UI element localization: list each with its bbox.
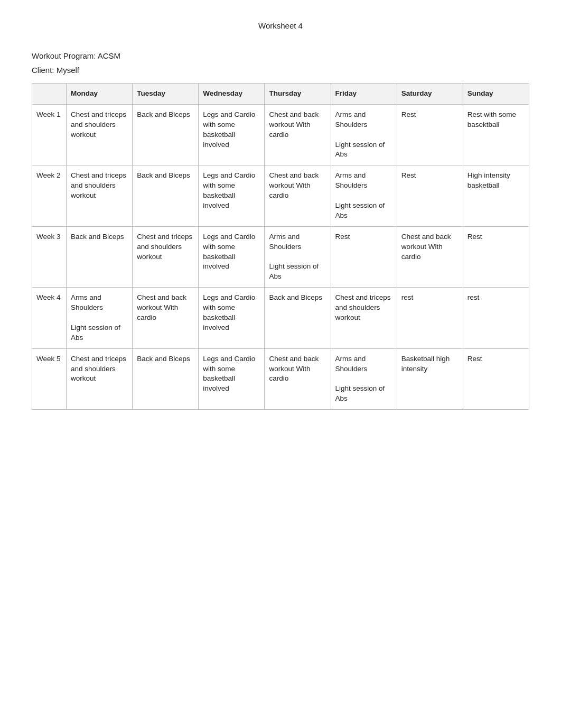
cell-monday: Chest and triceps and shoulders workout <box>67 165 133 226</box>
client-label: Client: Myself <box>32 66 529 75</box>
week-label: Week 2 <box>32 165 67 226</box>
cell-wednesday: Legs and Cardio with some basketball inv… <box>199 226 265 287</box>
cell-saturday: Basketball high intensity <box>397 348 463 409</box>
table-row: Week 1Chest and triceps and shoulders wo… <box>32 104 529 165</box>
col-header-sunday: Sunday <box>463 84 529 105</box>
col-header-saturday: Saturday <box>397 84 463 105</box>
col-header-friday: Friday <box>331 84 397 105</box>
week-label: Week 4 <box>32 288 67 348</box>
col-header-thursday: Thursday <box>265 84 331 105</box>
cell-tuesday: Chest and back workout With cardio <box>133 288 199 348</box>
cell-sunday: Rest <box>463 348 529 409</box>
cell-friday: Rest <box>331 226 397 287</box>
cell-saturday: Rest <box>397 104 463 165</box>
table-row: Week 5Chest and triceps and shoulders wo… <box>32 348 529 409</box>
cell-tuesday: Back and Biceps <box>133 165 199 226</box>
cell-friday: Arms and ShouldersLight session of Abs <box>331 104 397 165</box>
cell-tuesday: Chest and triceps and shoulders workout <box>133 226 199 287</box>
cell-tuesday: Back and Biceps <box>133 348 199 409</box>
cell-monday: Chest and triceps and shoulders workout <box>67 348 133 409</box>
cell-thursday: Chest and back workout With cardio <box>265 348 331 409</box>
cell-monday: Back and Biceps <box>67 226 133 287</box>
cell-thursday: Arms and ShouldersLight session of Abs <box>265 226 331 287</box>
col-header-empty <box>32 84 67 105</box>
cell-sunday: High intensity basketball <box>463 165 529 226</box>
table-row: Week 3Back and BicepsChest and triceps a… <box>32 226 529 287</box>
cell-friday: Arms and ShouldersLight session of Abs <box>331 165 397 226</box>
cell-monday: Chest and triceps and shoulders workout <box>67 104 133 165</box>
table-row: Week 4Arms and ShouldersLight session of… <box>32 288 529 348</box>
cell-saturday: Rest <box>397 165 463 226</box>
week-label: Week 3 <box>32 226 67 287</box>
cell-friday: Chest and triceps and shoulders workout <box>331 288 397 348</box>
workout-table: MondayTuesdayWednesdayThursdayFridaySatu… <box>32 83 529 410</box>
cell-wednesday: Legs and Cardio with some basketball inv… <box>199 288 265 348</box>
cell-thursday: Back and Biceps <box>265 288 331 348</box>
program-label: Workout Program: ACSM <box>32 51 529 60</box>
week-label: Week 5 <box>32 348 67 409</box>
col-header-tuesday: Tuesday <box>133 84 199 105</box>
week-label: Week 1 <box>32 104 67 165</box>
cell-thursday: Chest and back workout With cardio <box>265 104 331 165</box>
cell-sunday: Rest <box>463 226 529 287</box>
cell-monday: Arms and ShouldersLight session of Abs <box>67 288 133 348</box>
cell-saturday: rest <box>397 288 463 348</box>
cell-wednesday: Legs and Cardio with some basketball inv… <box>199 104 265 165</box>
cell-wednesday: Legs and Cardio with some basketball inv… <box>199 348 265 409</box>
cell-thursday: Chest and back workout With cardio <box>265 165 331 226</box>
cell-sunday: rest <box>463 288 529 348</box>
cell-saturday: Chest and back workout With cardio <box>397 226 463 287</box>
cell-wednesday: Legs and Cardio with some basketball inv… <box>199 165 265 226</box>
cell-sunday: Rest with some basektball <box>463 104 529 165</box>
cell-friday: Arms and ShouldersLight session of Abs <box>331 348 397 409</box>
page-title: Worksheet 4 <box>32 21 529 30</box>
table-row: Week 2Chest and triceps and shoulders wo… <box>32 165 529 226</box>
col-header-wednesday: Wednesday <box>199 84 265 105</box>
table-header-row: MondayTuesdayWednesdayThursdayFridaySatu… <box>32 84 529 105</box>
cell-tuesday: Back and Biceps <box>133 104 199 165</box>
col-header-monday: Monday <box>67 84 133 105</box>
